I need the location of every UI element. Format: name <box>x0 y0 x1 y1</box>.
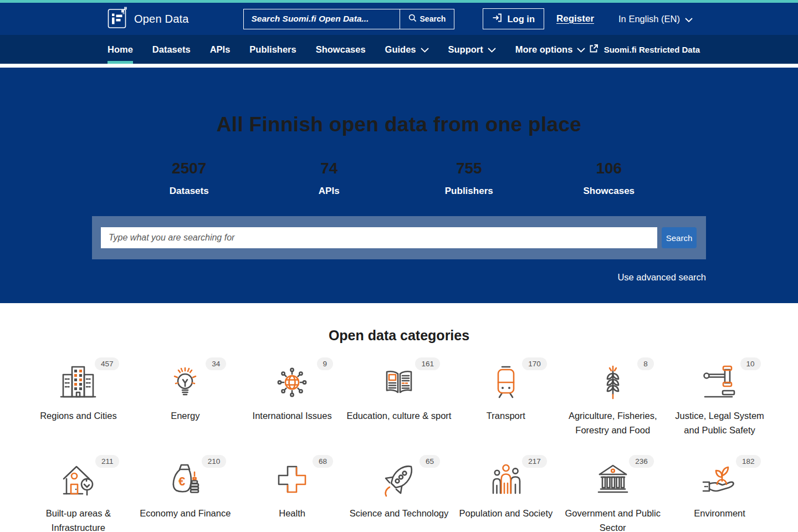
restricted-data-link[interactable]: Suomi.fi Restricted Data <box>589 35 700 64</box>
advanced-search-link[interactable]: Use advanced search <box>617 272 706 282</box>
topbar-search-button-label: Search <box>420 14 446 23</box>
category-label: Science and Technology <box>350 506 449 520</box>
category-education-culture-sport[interactable]: 161 Education, culture & sport <box>346 359 453 438</box>
categories-section: Open data categories <box>0 303 798 532</box>
category-science-and-technology[interactable]: 65 Science and Technology <box>346 457 453 532</box>
hero-search-input[interactable] <box>101 227 657 248</box>
category-count-badge: 65 <box>420 455 440 468</box>
category-label: Population and Society <box>459 506 553 520</box>
opendata-logo[interactable]: Open Data <box>108 6 189 32</box>
chevron-down-icon <box>488 44 496 55</box>
stat-value: 106 <box>539 160 679 177</box>
nav-item-guides[interactable]: Guides <box>385 35 429 64</box>
stats-row: 2507 Datasets 74 APIs 755 Publishers 106… <box>119 160 679 197</box>
category-icon-wrap: 161 <box>379 359 419 402</box>
login-button[interactable]: Log in <box>483 8 544 29</box>
category-label: International Issues <box>253 408 332 423</box>
category-government-and-public-sector[interactable]: 236 Government and Public Sector <box>559 457 666 532</box>
stat-datasets[interactable]: 2507 Datasets <box>119 160 259 197</box>
rocket-icon <box>379 460 419 500</box>
category-count-badge: 457 <box>95 357 120 370</box>
nav-label: Publishers <box>249 44 296 55</box>
category-label: Regions and Cities <box>40 408 117 423</box>
category-label: Education, culture & sport <box>347 408 452 423</box>
category-icon-wrap: 68 <box>272 457 312 500</box>
category-icon-wrap: 8 <box>593 359 633 402</box>
category-environment[interactable]: 182 Environment <box>666 457 773 532</box>
nav-label: Datasets <box>152 44 191 55</box>
login-button-label: Log in <box>508 14 535 24</box>
wheat-icon <box>593 362 633 402</box>
nav-item-more-options[interactable]: More options <box>515 35 586 64</box>
topbar-search-group: Search <box>243 9 455 29</box>
category-icon-wrap: 34 <box>165 359 205 402</box>
stat-value: 2507 <box>119 160 259 177</box>
category-label: Environment <box>694 506 745 520</box>
chevron-down-icon <box>421 44 429 55</box>
divider <box>0 64 798 68</box>
nav-item-publishers[interactable]: Publishers <box>249 35 296 64</box>
language-label: In English (EN) <box>618 14 680 24</box>
category-label: Energy <box>171 408 200 423</box>
topbar-search-button[interactable]: Search <box>400 9 455 29</box>
nav-item-apis[interactable]: APIs <box>210 35 231 64</box>
category-label: Government and Public Sector <box>560 506 666 532</box>
external-link-icon <box>589 44 598 55</box>
category-icon-wrap: 217 <box>486 457 526 500</box>
category-icon-wrap: 236 <box>593 457 633 500</box>
category-international-issues[interactable]: 9 International Issues <box>239 359 346 438</box>
category-icon-wrap: € 210 <box>165 457 205 500</box>
category-label: Economy and Finance <box>140 506 231 520</box>
category-count-badge: 34 <box>206 357 226 370</box>
government-building-icon <box>593 460 633 500</box>
topbar-right-group: Log in Register In English (EN) <box>483 8 693 29</box>
category-agriculture-fisheries-forestry-food[interactable]: 8 Agriculture, Fisheries, Forestry and F… <box>559 359 666 438</box>
gavel-icon <box>700 362 740 402</box>
register-link[interactable]: Register <box>556 13 594 24</box>
category-count-badge: 236 <box>629 455 654 468</box>
hand-plant-icon <box>700 460 740 500</box>
category-label: Justice, Legal System and Public Safety <box>667 408 773 438</box>
stat-apis[interactable]: 74 APIs <box>259 160 400 197</box>
category-built-up-areas-infrastructure[interactable]: 211 Built-up areas & Infrastructure <box>25 457 132 532</box>
advanced-search-row: Use advanced search <box>92 272 706 283</box>
category-justice-legal-public-safety[interactable]: 10 Justice, Legal System and Public Safe… <box>666 359 773 438</box>
category-transport[interactable]: 170 Transport <box>452 359 559 438</box>
nav-label: Home <box>108 44 133 55</box>
category-count-badge: 170 <box>522 357 547 370</box>
stat-label: Datasets <box>119 186 259 197</box>
nav-item-home[interactable]: Home <box>108 35 133 64</box>
category-health[interactable]: 68 Health <box>239 457 346 532</box>
category-count-badge: 210 <box>202 455 227 468</box>
nav-label: APIs <box>210 44 231 55</box>
nav-label: Support <box>448 44 483 55</box>
medical-cross-icon <box>272 460 312 500</box>
category-count-badge: 211 <box>95 455 120 468</box>
stat-publishers[interactable]: 755 Publishers <box>399 160 539 197</box>
stat-value: 74 <box>259 160 400 177</box>
open-book-icon <box>379 362 419 402</box>
category-icon-wrap: 10 <box>700 359 740 402</box>
nav-item-support[interactable]: Support <box>448 35 496 64</box>
hero-section: All Finnish open data from one place 250… <box>0 68 798 303</box>
stat-showcases[interactable]: 106 Showcases <box>539 160 679 197</box>
category-population-and-society[interactable]: 217 Population and Society <box>452 457 559 532</box>
nav-item-datasets[interactable]: Datasets <box>152 35 191 64</box>
category-count-badge: 8 <box>637 357 654 370</box>
category-icon-wrap: 457 <box>58 359 98 402</box>
stat-value: 755 <box>399 160 539 177</box>
category-count-badge: 182 <box>736 455 761 468</box>
language-selector[interactable]: In English (EN) <box>618 14 693 24</box>
category-count-badge: 9 <box>317 357 334 370</box>
nav-item-showcases[interactable]: Showcases <box>316 35 366 64</box>
category-economy-and-finance[interactable]: € 210 Economy and Finance <box>132 457 239 532</box>
category-label: Transport <box>487 408 525 423</box>
category-energy[interactable]: 34 Energy <box>132 359 239 438</box>
topbar-search-input[interactable] <box>243 9 400 29</box>
category-count-badge: 10 <box>740 357 761 370</box>
category-label: Agriculture, Fisheries, Forestry and Foo… <box>560 408 666 438</box>
hero-search-button[interactable]: Search <box>662 227 697 248</box>
category-regions-and-cities[interactable]: 457 Regions and Cities <box>25 359 132 438</box>
chevron-down-icon <box>577 44 585 55</box>
nav-items: Home Datasets APIs Publishers Showcases … <box>108 35 585 64</box>
